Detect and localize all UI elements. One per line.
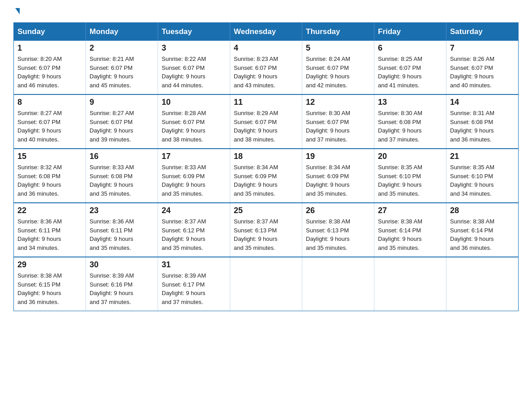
calendar-cell: 6 Sunrise: 8:25 AMSunset: 6:07 PMDayligh… <box>374 41 446 94</box>
week-row-4: 22 Sunrise: 8:36 AMSunset: 6:11 PMDaylig… <box>14 203 519 257</box>
calendar-cell <box>302 257 374 311</box>
day-info: Sunrise: 8:20 AMSunset: 6:07 PMDaylight:… <box>17 56 62 89</box>
calendar-cell: 2 Sunrise: 8:21 AMSunset: 6:07 PMDayligh… <box>86 41 158 94</box>
page-header <box>13 9 519 15</box>
day-number: 25 <box>234 206 298 215</box>
calendar-cell: 21 Sunrise: 8:35 AMSunset: 6:10 PMDaylig… <box>446 149 519 203</box>
day-info: Sunrise: 8:31 AMSunset: 6:08 PMDaylight:… <box>450 110 494 143</box>
calendar-cell <box>374 257 446 311</box>
calendar-cell <box>446 257 519 311</box>
calendar-cell: 19 Sunrise: 8:34 AMSunset: 6:09 PMDaylig… <box>302 149 374 203</box>
day-info: Sunrise: 8:35 AMSunset: 6:10 PMDaylight:… <box>450 164 494 197</box>
calendar-cell: 9 Sunrise: 8:27 AMSunset: 6:07 PMDayligh… <box>86 94 158 149</box>
day-info: Sunrise: 8:34 AMSunset: 6:09 PMDaylight:… <box>234 164 278 197</box>
day-number: 20 <box>378 152 442 161</box>
week-row-5: 29 Sunrise: 8:38 AMSunset: 6:15 PMDaylig… <box>14 257 519 311</box>
calendar-cell: 14 Sunrise: 8:31 AMSunset: 6:08 PMDaylig… <box>446 94 519 149</box>
calendar-cell: 4 Sunrise: 8:23 AMSunset: 6:07 PMDayligh… <box>230 41 302 94</box>
week-row-1: 1 Sunrise: 8:20 AMSunset: 6:07 PMDayligh… <box>14 41 519 94</box>
header-friday: Friday <box>374 23 446 41</box>
day-info: Sunrise: 8:22 AMSunset: 6:07 PMDaylight:… <box>162 56 206 89</box>
calendar-cell: 30 Sunrise: 8:39 AMSunset: 6:16 PMDaylig… <box>86 257 158 311</box>
day-number: 15 <box>17 152 82 161</box>
day-number: 21 <box>450 152 515 161</box>
day-number: 24 <box>162 206 226 215</box>
day-info: Sunrise: 8:29 AMSunset: 6:07 PMDaylight:… <box>234 110 278 143</box>
header-wednesday: Wednesday <box>230 23 302 41</box>
day-number: 29 <box>17 260 82 270</box>
calendar-cell <box>230 257 302 311</box>
day-number: 26 <box>306 206 370 215</box>
calendar-cell: 18 Sunrise: 8:34 AMSunset: 6:09 PMDaylig… <box>230 149 302 203</box>
calendar-cell: 31 Sunrise: 8:39 AMSunset: 6:17 PMDaylig… <box>158 257 230 311</box>
calendar-cell: 8 Sunrise: 8:27 AMSunset: 6:07 PMDayligh… <box>14 94 86 149</box>
day-info: Sunrise: 8:33 AMSunset: 6:09 PMDaylight:… <box>162 164 206 197</box>
calendar-cell: 1 Sunrise: 8:20 AMSunset: 6:07 PMDayligh… <box>14 41 86 94</box>
day-info: Sunrise: 8:27 AMSunset: 6:07 PMDaylight:… <box>17 110 62 143</box>
day-number: 2 <box>90 43 154 53</box>
day-info: Sunrise: 8:32 AMSunset: 6:08 PMDaylight:… <box>17 164 62 197</box>
day-info: Sunrise: 8:30 AMSunset: 6:08 PMDaylight:… <box>378 110 422 143</box>
day-number: 30 <box>90 260 154 270</box>
calendar-body: 1 Sunrise: 8:20 AMSunset: 6:07 PMDayligh… <box>14 41 519 311</box>
header-row: Sunday Monday Tuesday Wednesday Thursday… <box>14 23 519 41</box>
calendar-cell: 5 Sunrise: 8:24 AMSunset: 6:07 PMDayligh… <box>302 41 374 94</box>
day-info: Sunrise: 8:30 AMSunset: 6:07 PMDaylight:… <box>306 110 350 143</box>
day-info: Sunrise: 8:28 AMSunset: 6:07 PMDaylight:… <box>162 110 206 143</box>
day-number: 28 <box>450 206 515 215</box>
header-monday: Monday <box>86 23 158 41</box>
header-saturday: Saturday <box>446 23 519 41</box>
day-number: 31 <box>162 260 226 270</box>
calendar-cell: 10 Sunrise: 8:28 AMSunset: 6:07 PMDaylig… <box>158 94 230 149</box>
calendar-header: Sunday Monday Tuesday Wednesday Thursday… <box>14 23 519 41</box>
day-number: 6 <box>378 43 442 53</box>
calendar-cell: 28 Sunrise: 8:38 AMSunset: 6:14 PMDaylig… <box>446 203 519 257</box>
calendar-cell: 26 Sunrise: 8:38 AMSunset: 6:13 PMDaylig… <box>302 203 374 257</box>
calendar-cell: 7 Sunrise: 8:26 AMSunset: 6:07 PMDayligh… <box>446 41 519 94</box>
day-info: Sunrise: 8:39 AMSunset: 6:16 PMDaylight:… <box>90 272 134 305</box>
calendar-cell: 17 Sunrise: 8:33 AMSunset: 6:09 PMDaylig… <box>158 149 230 203</box>
day-info: Sunrise: 8:38 AMSunset: 6:14 PMDaylight:… <box>378 218 422 251</box>
day-info: Sunrise: 8:37 AMSunset: 6:12 PMDaylight:… <box>162 218 206 251</box>
calendar-cell: 25 Sunrise: 8:37 AMSunset: 6:13 PMDaylig… <box>230 203 302 257</box>
header-sunday: Sunday <box>14 23 86 41</box>
calendar-cell: 12 Sunrise: 8:30 AMSunset: 6:07 PMDaylig… <box>302 94 374 149</box>
logo-arrow-icon <box>15 8 20 14</box>
day-number: 22 <box>17 206 82 215</box>
day-info: Sunrise: 8:38 AMSunset: 6:13 PMDaylight:… <box>306 218 350 251</box>
day-number: 16 <box>90 152 154 161</box>
day-number: 7 <box>450 43 515 53</box>
day-number: 18 <box>234 152 298 161</box>
day-info: Sunrise: 8:26 AMSunset: 6:07 PMDaylight:… <box>450 56 494 89</box>
day-number: 19 <box>306 152 370 161</box>
day-number: 12 <box>306 98 370 107</box>
logo <box>13 9 20 15</box>
day-number: 4 <box>234 43 298 53</box>
calendar-cell: 23 Sunrise: 8:36 AMSunset: 6:11 PMDaylig… <box>86 203 158 257</box>
day-info: Sunrise: 8:36 AMSunset: 6:11 PMDaylight:… <box>90 218 134 251</box>
day-number: 1 <box>17 43 82 53</box>
calendar-table: Sunday Monday Tuesday Wednesday Thursday… <box>13 22 519 311</box>
calendar-cell: 3 Sunrise: 8:22 AMSunset: 6:07 PMDayligh… <box>158 41 230 94</box>
calendar-cell: 11 Sunrise: 8:29 AMSunset: 6:07 PMDaylig… <box>230 94 302 149</box>
day-number: 23 <box>90 206 154 215</box>
day-number: 5 <box>306 43 370 53</box>
week-row-3: 15 Sunrise: 8:32 AMSunset: 6:08 PMDaylig… <box>14 149 519 203</box>
day-info: Sunrise: 8:36 AMSunset: 6:11 PMDaylight:… <box>17 218 62 251</box>
calendar-cell: 27 Sunrise: 8:38 AMSunset: 6:14 PMDaylig… <box>374 203 446 257</box>
calendar-cell: 29 Sunrise: 8:38 AMSunset: 6:15 PMDaylig… <box>14 257 86 311</box>
day-info: Sunrise: 8:37 AMSunset: 6:13 PMDaylight:… <box>234 218 278 251</box>
day-info: Sunrise: 8:39 AMSunset: 6:17 PMDaylight:… <box>162 272 206 305</box>
calendar-cell: 20 Sunrise: 8:35 AMSunset: 6:10 PMDaylig… <box>374 149 446 203</box>
day-number: 13 <box>378 98 442 107</box>
day-number: 14 <box>450 98 515 107</box>
calendar-cell: 13 Sunrise: 8:30 AMSunset: 6:08 PMDaylig… <box>374 94 446 149</box>
day-number: 3 <box>162 43 226 53</box>
day-info: Sunrise: 8:23 AMSunset: 6:07 PMDaylight:… <box>234 56 278 89</box>
calendar-cell: 16 Sunrise: 8:33 AMSunset: 6:08 PMDaylig… <box>86 149 158 203</box>
day-info: Sunrise: 8:27 AMSunset: 6:07 PMDaylight:… <box>90 110 134 143</box>
day-number: 27 <box>378 206 442 215</box>
day-info: Sunrise: 8:35 AMSunset: 6:10 PMDaylight:… <box>378 164 422 197</box>
week-row-2: 8 Sunrise: 8:27 AMSunset: 6:07 PMDayligh… <box>14 94 519 149</box>
day-info: Sunrise: 8:21 AMSunset: 6:07 PMDaylight:… <box>90 56 134 89</box>
